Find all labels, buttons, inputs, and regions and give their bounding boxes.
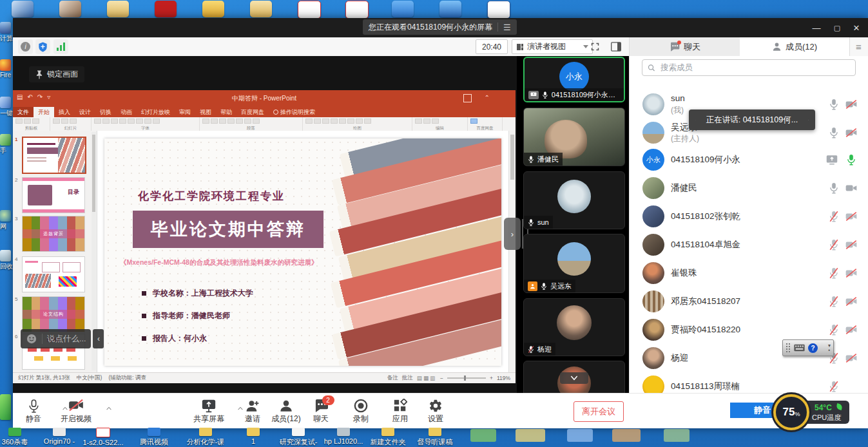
ppt-tab-transitions[interactable]: 切换: [95, 107, 116, 117]
desktop-icon-origin[interactable]: Origin70 -: [37, 428, 82, 445]
member-row[interactable]: 崔银珠: [630, 259, 868, 287]
ppt-tab-review[interactable]: 审阅: [175, 107, 195, 117]
screen-share-icon[interactable]: [826, 154, 838, 166]
desktop-icon-network[interactable]: 网: [0, 210, 13, 231]
desktop-icon-folder[interactable]: 1: [231, 428, 276, 445]
desktop-icon[interactable]: [516, 429, 545, 442]
member-search-box[interactable]: [642, 59, 856, 76]
settings-button[interactable]: 设置: [416, 397, 455, 426]
video-tile-hexiaoyong[interactable]: 小永 041518109何小永的...: [523, 57, 625, 102]
ribbon-group-clipboard[interactable]: 剪贴板: [13, 117, 50, 131]
maximize-button[interactable]: ▢: [827, 18, 847, 37]
zoom-slider[interactable]: [447, 377, 486, 379]
desktop-icon[interactable]: [612, 429, 641, 442]
ppt-ribbon-options-icon[interactable]: ⌃: [485, 94, 490, 101]
quick-chat-collapse-icon[interactable]: ‹: [93, 329, 104, 348]
mic-icon[interactable]: [828, 182, 840, 194]
mic-muted-icon[interactable]: [828, 381, 840, 392]
mic-icon[interactable]: [828, 99, 840, 110]
pdf-icon[interactable]: [345, 1, 369, 19]
acrobat-icon[interactable]: [155, 1, 177, 17]
apps-button[interactable]: 应用: [381, 397, 420, 426]
ime-drag-handle[interactable]: [786, 343, 791, 353]
ppt-tab-insert[interactable]: 插入: [54, 107, 75, 117]
battery-gauge[interactable]: 75%: [773, 394, 809, 430]
camera-muted-icon[interactable]: [845, 324, 857, 336]
app-icon[interactable]: [392, 1, 414, 17]
folder-icon[interactable]: [250, 1, 272, 17]
mic-muted-icon[interactable]: [828, 239, 840, 251]
zoom-in-button[interactable]: +: [490, 375, 493, 381]
ribbon-group-slides[interactable]: 幻灯片: [50, 117, 92, 131]
desktop-icon-printer[interactable]: hp LJ1020...: [321, 428, 366, 445]
member-row[interactable]: 041518104卓旭金: [630, 231, 868, 259]
video-tile-panjianmin[interactable]: 潘健民: [523, 108, 625, 166]
ppt-tab-file[interactable]: 文件: [13, 107, 34, 117]
desktop-icon-360[interactable]: 360杀毒: [0, 428, 37, 447]
ppt-tab-slideshow[interactable]: 幻灯片放映: [137, 107, 175, 117]
drawer-icon[interactable]: [202, 1, 224, 17]
camera-icon[interactable]: [845, 182, 857, 194]
desktop-icon[interactable]: [470, 429, 496, 442]
pdf-icon[interactable]: [298, 1, 321, 19]
desktop-icon-firefox[interactable]: Fire: [0, 59, 13, 79]
desktop-icon-shield[interactable]: [0, 394, 13, 421]
video-tile-wuyuandong[interactable]: 吴远东: [523, 234, 625, 293]
desktop-icon-doc[interactable]: 研究深复试-: [276, 428, 321, 447]
view-buttons[interactable]: ▤▦▥: [417, 375, 436, 381]
ribbon-group-drawing[interactable]: 绘图: [303, 117, 412, 131]
leave-meeting-button[interactable]: 离开会议: [574, 401, 624, 422]
mic-on-icon[interactable]: [845, 154, 857, 166]
banner-menu-icon[interactable]: ☰: [503, 23, 511, 32]
slide-thumb-4[interactable]: [22, 256, 85, 292]
member-row[interactable]: 041518102张钊乾: [630, 202, 868, 231]
mic-muted-icon[interactable]: [828, 324, 840, 336]
ribbon-group-baidu[interactable]: 百度网盘: [468, 117, 503, 131]
slide-thumb-1[interactable]: [22, 137, 86, 174]
ppt-tellme-search[interactable]: 操作说明搜索: [269, 107, 320, 117]
chat-button[interactable]: 2 聊天: [302, 397, 340, 426]
notes-button[interactable]: 备注: [387, 374, 398, 382]
start-video-button[interactable]: 开启视频: [57, 397, 95, 426]
share-screen-button[interactable]: 共享屏幕: [189, 397, 228, 426]
video-tile-sun[interactable]: sun: [523, 171, 625, 229]
ppt-tab-home[interactable]: 开始: [34, 107, 54, 117]
ppt-tab-view[interactable]: 视图: [195, 107, 216, 117]
security-button[interactable]: [35, 39, 50, 54]
network-status-button[interactable]: [53, 39, 68, 54]
ribbon-group-font[interactable]: 字体: [92, 117, 200, 131]
ime-language-bar[interactable]: ? ▾▪: [782, 339, 834, 356]
ppt-tab-design[interactable]: 设计: [75, 107, 95, 117]
video-list-scroll-down-button[interactable]: [560, 372, 588, 384]
camera-muted-icon[interactable]: [845, 127, 857, 138]
ribbon-group-paragraph[interactable]: 段落: [200, 117, 303, 131]
ppt-tab-help[interactable]: 帮助: [216, 107, 236, 117]
mute-button[interactable]: 静音: [14, 397, 53, 426]
chevron-up-icon[interactable]: [106, 405, 112, 412]
emoji-icon[interactable]: [26, 333, 37, 345]
meeting-info-button[interactable]: i: [18, 39, 33, 54]
ppt-account-icon[interactable]: [463, 94, 472, 102]
keyboard-icon[interactable]: [794, 344, 805, 352]
mic-icon[interactable]: [828, 127, 840, 138]
record-button[interactable]: 录制: [342, 397, 380, 426]
slide-thumb-3[interactable]: 选题背景: [22, 216, 85, 252]
desktop-icon-doc[interactable]: 督导听课稿: [412, 428, 458, 447]
ime-help-icon[interactable]: ?: [808, 343, 818, 353]
desktop-icon-green[interactable]: 手: [0, 134, 13, 155]
slide-thumb-5[interactable]: 论文结构: [22, 296, 85, 332]
zoom-out-button[interactable]: −: [440, 375, 443, 381]
camera-muted-icon[interactable]: [845, 239, 857, 251]
camera-muted-icon[interactable]: [845, 99, 857, 110]
slide-thumb-2[interactable]: 目录: [22, 177, 85, 213]
window-titlebar[interactable]: 您正在观看041518109何小永的屏幕 ☰ — ▢ ✕: [13, 18, 868, 37]
slide-scrollbar[interactable]: [508, 131, 516, 372]
member-row[interactable]: 潘健民: [630, 174, 868, 202]
reply-arrow-icon[interactable]: [808, 116, 809, 124]
ppt-tab-animations[interactable]: 动画: [116, 107, 137, 117]
folder-icon[interactable]: [107, 1, 129, 17]
desktop-icon-computer[interactable]: 计算: [0, 22, 13, 43]
desktop-icon[interactable]: [59, 1, 81, 17]
minimize-button[interactable]: —: [806, 18, 827, 37]
lock-view-button[interactable]: 锁定画面: [29, 66, 84, 82]
